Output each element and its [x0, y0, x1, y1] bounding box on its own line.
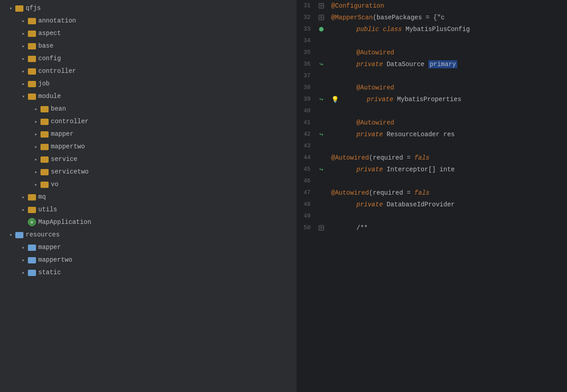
chevron-service[interactable]: ▸: [32, 156, 40, 163]
chevron-job[interactable]: ▸: [20, 80, 27, 87]
chevron-utils[interactable]: ▸: [20, 206, 27, 213]
tree-label-module: module: [38, 93, 61, 100]
tree-label-qfjs: qfjs: [26, 4, 41, 12]
fold-minus-icon[interactable]: −: [319, 3, 324, 9]
chevron-m-controller[interactable]: ▸: [32, 118, 40, 125]
gutter-47: [315, 187, 328, 199]
gutter-39: ↪: [315, 94, 328, 105]
tree-item-mappertwo[interactable]: ▸mappertwo: [0, 140, 297, 153]
line-num-50: 50: [297, 222, 315, 234]
tree-item-servicetwo[interactable]: ▸servicetwo: [0, 165, 297, 178]
tree-item-mq[interactable]: ▸mq: [0, 191, 297, 203]
chevron-bean[interactable]: ▸: [32, 105, 40, 112]
gutter-40: [315, 105, 328, 117]
chevron-annotation[interactable]: ▸: [20, 17, 27, 24]
code-line-44: @Autowired(required = fals: [331, 152, 567, 164]
gutter-48: [315, 199, 328, 210]
folder-icon-resources: [15, 232, 23, 238]
code-line-37: [331, 70, 567, 82]
line-num-43: 43: [297, 140, 315, 152]
keyword-token: fals: [414, 189, 430, 196]
code-content: 3132333435363738394041424344454647484950…: [297, 0, 567, 392]
folder-icon-config: [28, 56, 36, 62]
chevron-r-mapper[interactable]: ▸: [20, 244, 27, 251]
folder-icon-m-controller: [40, 119, 49, 125]
tree-item-r-static[interactable]: ▸static: [0, 266, 297, 279]
folder-icon-utils: [28, 207, 36, 213]
chevron-resources[interactable]: ▾: [7, 231, 14, 238]
gutter-42: ↪: [315, 129, 328, 140]
fold-minus-icon[interactable]: −: [319, 15, 324, 20]
chevron-MapApplication[interactable]: [20, 218, 27, 226]
folder-icon-annotation: [28, 18, 36, 24]
code-col: @Configuration@MapperScan(basePackages =…: [328, 0, 567, 392]
tree-item-utils[interactable]: ▸utils: [0, 203, 297, 216]
tree-item-MapApplication[interactable]: ⚙MapApplication: [0, 216, 297, 228]
tree-label-aspect: aspect: [38, 30, 61, 37]
tree-label-bean: bean: [51, 105, 66, 112]
folder-icon-module: [28, 94, 36, 100]
bulb-icon[interactable]: 💡: [331, 96, 339, 103]
code-line-50: /**: [331, 222, 567, 234]
line-num-31: 31: [297, 0, 315, 12]
tree-item-r-mapper[interactable]: ▸mapper: [0, 241, 297, 254]
folder-icon-vo: [40, 182, 49, 188]
fold-minus-icon[interactable]: −: [319, 225, 324, 231]
tree-item-vo[interactable]: ▸vo: [0, 178, 297, 191]
git-arrow-icon: ↪: [320, 61, 323, 67]
chevron-qfjs[interactable]: ▾: [7, 4, 14, 12]
tree-label-annotation: annotation: [38, 17, 76, 24]
tree-item-bean[interactable]: ▸bean: [0, 102, 297, 115]
chevron-mappertwo[interactable]: ▸: [32, 143, 40, 150]
tree-item-controller[interactable]: ▸controller: [0, 65, 297, 77]
code-line-45: private Interceptor[] inte: [331, 164, 567, 175]
code-line-43: [331, 140, 567, 152]
code-line-34: [331, 35, 567, 47]
tree-item-m-controller[interactable]: ▸controller: [0, 115, 297, 128]
chevron-vo[interactable]: ▸: [32, 181, 40, 188]
chevron-servicetwo[interactable]: ▸: [32, 168, 40, 175]
tree-item-r-mappertwo[interactable]: ▸mappertwo: [0, 254, 297, 266]
tree-item-aspect[interactable]: ▸aspect: [0, 27, 297, 40]
chevron-aspect[interactable]: ▸: [20, 30, 27, 37]
line-num-34: 34: [297, 35, 315, 47]
tree-item-module[interactable]: ▾module: [0, 90, 297, 102]
chevron-r-static[interactable]: ▸: [20, 269, 27, 276]
folder-icon-mq: [28, 194, 36, 200]
tree-item-qfjs[interactable]: ▾qfjs: [0, 2, 297, 14]
gutter-41: [315, 117, 328, 129]
code-line-47: @Autowired(required = fals: [331, 187, 567, 199]
line-num-37: 37: [297, 70, 315, 82]
file-tree[interactable]: ▾qfjs▸annotation▸aspect▸base▸config▸cont…: [0, 0, 297, 392]
tree-item-config[interactable]: ▸config: [0, 52, 297, 65]
tree-item-resources[interactable]: ▾resources: [0, 228, 297, 241]
code-line-31: @Configuration: [331, 0, 567, 12]
gutter-36: ↪: [315, 58, 328, 70]
chevron-r-mappertwo[interactable]: ▸: [20, 256, 27, 263]
tree-item-service[interactable]: ▸service: [0, 153, 297, 165]
tree-item-base[interactable]: ▸base: [0, 40, 297, 52]
plain-token: DatabaseIdProvider: [383, 201, 455, 208]
tree-item-job[interactable]: ▸job: [0, 77, 297, 90]
chevron-mapper[interactable]: ▸: [32, 130, 40, 138]
plain-token: (basePackages = {"c: [373, 14, 445, 21]
line-num-48: 48: [297, 199, 315, 210]
annotation-token: @Autowired: [356, 49, 394, 56]
chevron-module[interactable]: ▾: [20, 93, 27, 100]
line-num-44: 44: [297, 152, 315, 164]
keyword-token: private: [356, 166, 383, 173]
chevron-controller[interactable]: ▸: [20, 67, 27, 75]
tree-label-r-mappertwo: mappertwo: [38, 256, 72, 263]
folder-icon-r-mapper: [28, 245, 36, 251]
chevron-mq[interactable]: ▸: [20, 193, 27, 200]
git-modified-icon: [319, 27, 324, 31]
code-line-46: [331, 175, 567, 187]
plain-token: ResourceLoader res: [383, 131, 455, 138]
code-line-35: @Autowired: [331, 47, 567, 58]
chevron-config[interactable]: ▸: [20, 55, 27, 62]
code-line-41: @Autowired: [331, 117, 567, 129]
chevron-base[interactable]: ▸: [20, 42, 27, 49]
tree-item-annotation[interactable]: ▸annotation: [0, 14, 297, 27]
gutter-35: [315, 47, 328, 58]
tree-item-mapper[interactable]: ▸mapper: [0, 128, 297, 140]
